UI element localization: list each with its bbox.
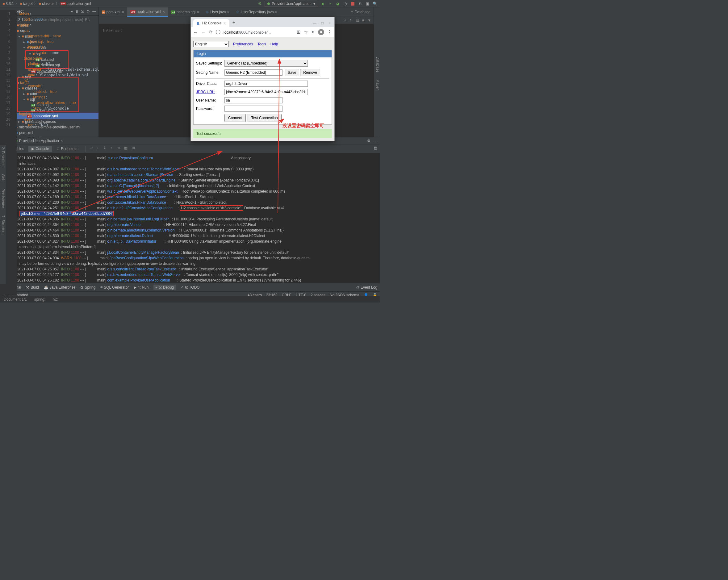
test-connection-button[interactable]: Test Connection	[248, 114, 282, 122]
language-select[interactable]: English	[193, 41, 229, 47]
jdbc-url-input[interactable]	[225, 89, 308, 95]
breadcrumb-spring[interactable]: spring:	[34, 297, 45, 301]
browser-tab[interactable]: ◧ H2 Console ×	[193, 19, 229, 27]
stop-icon[interactable]	[350, 1, 355, 6]
breadcrumb-classes[interactable]: classes	[42, 2, 54, 6]
web-tool[interactable]: Web	[1, 174, 5, 181]
run-config-name: ProviderUserApplication	[272, 2, 312, 6]
folder-icon: ■	[39, 2, 41, 6]
password-label: Password:	[196, 106, 225, 111]
setting-name-input[interactable]	[225, 70, 283, 76]
close-window-icon[interactable]: ×	[329, 21, 331, 25]
minimize-icon[interactable]: —	[313, 21, 316, 25]
fold-gutter[interactable]	[12, 10, 17, 296]
tools-link[interactable]: Tools	[258, 42, 266, 46]
breadcrumb-root[interactable]: 3.3.1	[5, 2, 14, 6]
translate-icon[interactable]: ⊞	[297, 29, 301, 35]
test-success-message: Test successful	[193, 129, 332, 138]
profile-icon[interactable]: ●	[318, 29, 324, 35]
breadcrumb-h2[interactable]: h2:	[53, 297, 58, 301]
driver-class-input[interactable]	[225, 81, 308, 87]
password-annotation: 没设置密码留空即可	[283, 123, 324, 129]
forward-icon[interactable]: →	[201, 30, 206, 35]
git-icon[interactable]: ⎘	[358, 1, 362, 6]
coverage-icon[interactable]: ◕	[335, 1, 340, 6]
debug-icon[interactable]: ⌁	[328, 1, 333, 6]
top-nav: ■ 3.3.1 〉 ■ target 〉 ■ classes 〉 yml app…	[0, 0, 380, 7]
browser-titlebar: ◧ H2 Console × + — □ ×	[191, 17, 334, 27]
user-name-label: User Name:	[196, 98, 225, 103]
extensions-icon[interactable]: ✦	[311, 29, 315, 35]
favorites-tool[interactable]: 2: Favorites	[1, 147, 5, 166]
preferences-link[interactable]: Preferences	[233, 42, 253, 46]
chevron-down-icon: ▾	[313, 2, 315, 6]
doc-indicator: Document 1/1	[4, 297, 27, 301]
layout-icon[interactable]: ▣	[365, 1, 370, 6]
help-link[interactable]: Help	[270, 42, 278, 46]
yml-icon: yml	[60, 2, 66, 5]
editor-status-bar: Document 1/1 spring: h2:	[0, 296, 380, 302]
menu-icon[interactable]: ⋮	[327, 29, 332, 35]
folder-icon: ■	[2, 2, 5, 6]
run-config-icon	[267, 2, 270, 5]
browser-window: ◧ H2 Console × + — □ × ← → ⟳ ⓘ localhost…	[190, 17, 335, 141]
tab-title: H2 Console	[202, 21, 222, 25]
login-header: Login	[193, 50, 332, 57]
breadcrumb-target[interactable]: target	[23, 2, 33, 6]
persistence-tool[interactable]: Persistence	[1, 189, 5, 208]
reload-icon[interactable]: ⟳	[209, 29, 213, 35]
save-button[interactable]: Save	[285, 69, 299, 76]
close-tab-icon[interactable]: ×	[224, 21, 226, 25]
site-info-icon[interactable]: ⓘ	[216, 29, 220, 35]
connect-button[interactable]: Connect	[225, 114, 246, 122]
setting-name-label: Setting Name:	[196, 70, 225, 75]
remove-button[interactable]: Remove	[300, 69, 320, 76]
saved-settings-select[interactable]: Generic H2 (Embedded)	[225, 60, 308, 67]
run-config-selector[interactable]: ProviderUserApplication ▾	[265, 1, 318, 7]
tab-favicon: ◧	[197, 21, 200, 25]
saved-settings-label: Saved Settings:	[196, 61, 225, 65]
new-tab-icon[interactable]: +	[229, 18, 238, 27]
structure-tool[interactable]: 7: Structure	[1, 215, 5, 235]
folder-icon: ■	[20, 2, 22, 6]
search-icon[interactable]: 🔍	[372, 1, 377, 6]
back-icon[interactable]: ←	[193, 30, 198, 35]
user-name-input[interactable]	[225, 97, 283, 103]
password-input[interactable]	[225, 106, 283, 112]
breadcrumb-file[interactable]: application.yml	[67, 2, 91, 6]
bookmark-icon[interactable]: ☆	[304, 29, 308, 35]
driver-class-label: Driver Class:	[196, 81, 225, 86]
profiler-icon[interactable]: ◴	[343, 1, 348, 6]
jdbc-url-label[interactable]: JDBC URL:	[196, 90, 225, 94]
hammer-icon[interactable]: ⚒	[257, 1, 262, 6]
browser-address-bar: ← → ⟳ ⓘ localhost:8000/h2-console/... ⊞ …	[191, 27, 334, 37]
url-field[interactable]: localhost:8000/h2-console/...	[224, 30, 294, 34]
maximize-icon[interactable]: □	[321, 21, 323, 25]
run-icon[interactable]: ▶	[320, 1, 326, 6]
